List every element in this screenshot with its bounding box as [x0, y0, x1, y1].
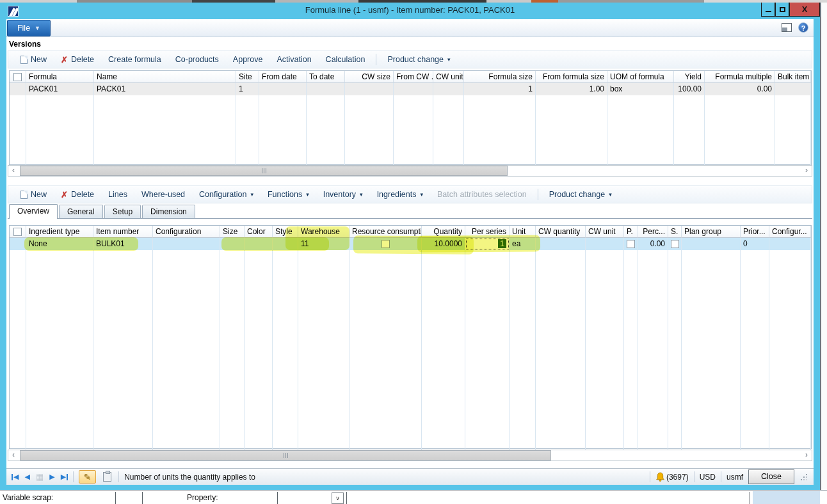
toolbar-button-ingredients[interactable]: Ingredients — [371, 188, 429, 201]
column-header-resource-consumption[interactable]: Resource consumption — [349, 226, 422, 238]
column-header-formula-size[interactable]: Formula size — [464, 71, 536, 83]
column-header-yield[interactable]: Yield — [674, 71, 705, 83]
scrollbar-track[interactable] — [19, 166, 801, 176]
window-layout-icon[interactable] — [782, 23, 792, 32]
select-all-checkbox[interactable] — [13, 73, 22, 81]
cell-unit[interactable]: ea — [510, 238, 536, 250]
cell-cw-quantity[interactable] — [536, 238, 586, 250]
column-header-color[interactable]: Color — [245, 226, 273, 238]
versions-grid-hscrollbar[interactable]: ‹ › — [8, 165, 812, 177]
column-header-warehouse[interactable]: Warehouse — [298, 226, 349, 238]
tab-overview[interactable]: Overview — [9, 204, 58, 219]
cell-from-date[interactable] — [259, 83, 307, 95]
cell-checkbox-p[interactable] — [624, 238, 638, 250]
select-all-column-header[interactable] — [10, 71, 26, 83]
checkbox-p[interactable] — [627, 240, 635, 248]
cell-perc[interactable]: 0.00 — [638, 238, 668, 250]
column-header-from-cw[interactable]: From CW ... — [394, 71, 433, 83]
select-all-checkbox[interactable] — [13, 228, 22, 236]
toolbar-button-new[interactable]: New — [15, 188, 52, 201]
toolbar-button-where-used[interactable]: Where-used — [136, 188, 191, 201]
table-row[interactable]: NoneBULK011110.00001ea0.000 — [10, 238, 811, 250]
toolbar-button-product-change[interactable]: Product change — [381, 53, 456, 66]
column-header-item-number[interactable]: Item number — [93, 226, 153, 238]
cell-plan-group[interactable] — [682, 238, 741, 250]
minimize-button[interactable] — [761, 3, 775, 17]
column-header-uom-of-formula[interactable]: UOM of formula — [607, 71, 674, 83]
scroll-right-icon[interactable]: › — [801, 166, 812, 176]
help-icon[interactable]: ? — [798, 22, 808, 33]
cell-blank[interactable] — [10, 83, 26, 95]
cell-bulk-item[interactable] — [775, 83, 811, 95]
column-header-site[interactable]: Site — [236, 71, 259, 83]
scroll-right-icon[interactable]: › — [801, 450, 812, 461]
column-header-name[interactable]: Name — [94, 71, 236, 83]
toolbar-button-configuration[interactable]: Configuration — [193, 188, 259, 201]
column-header-quantity[interactable]: Quantity — [422, 226, 465, 238]
last-record-button[interactable]: ▶ — [61, 473, 68, 481]
edit-record-button[interactable]: ✎ — [79, 470, 96, 484]
cell-configur[interactable] — [769, 238, 811, 250]
cell-ingredient-type[interactable]: None — [26, 238, 93, 250]
column-header-cw-quantity[interactable]: CW quantity — [536, 226, 586, 238]
cell-from-cw[interactable] — [394, 83, 433, 95]
toolbar-button-lines[interactable]: Lines — [102, 188, 133, 201]
scroll-left-icon[interactable]: ‹ — [8, 450, 19, 461]
cell-formula-multiple[interactable]: 0.00 — [705, 83, 775, 95]
toolbar-button-delete[interactable]: ✗Delete — [55, 53, 100, 66]
column-header-cw-size[interactable]: CW size — [345, 71, 394, 83]
scrollbar-thumb[interactable] — [20, 166, 508, 176]
column-header-s[interactable]: S. — [668, 226, 682, 238]
cell-formula-size[interactable]: 1 — [464, 83, 536, 95]
toolbar-button-inventory[interactable]: Inventory — [317, 188, 369, 201]
column-header-from-formula-size[interactable]: From formula size — [536, 71, 607, 83]
clipboard-icon[interactable] — [103, 472, 111, 482]
column-header-plan-group[interactable]: Plan group — [682, 226, 741, 238]
column-header-p[interactable]: P. — [624, 226, 638, 238]
column-header-configuration[interactable]: Configuration — [153, 226, 220, 238]
tab-setup[interactable]: Setup — [104, 205, 141, 218]
cell-from-formula-size[interactable]: 1.00 — [536, 83, 607, 95]
column-header-prior[interactable]: Prior... — [741, 226, 769, 238]
cell-style[interactable] — [273, 238, 298, 250]
scroll-left-icon[interactable]: ‹ — [8, 166, 19, 176]
column-header-style[interactable]: Style — [273, 226, 298, 238]
checkbox-resource-consumption[interactable] — [381, 240, 390, 248]
cell-checkbox-s[interactable] — [668, 238, 682, 250]
column-header-per-series[interactable]: Per series — [465, 226, 510, 238]
toolbar-button-activation[interactable]: Activation — [271, 53, 317, 66]
column-header-bulk-item[interactable]: Bulk item — [775, 71, 811, 83]
table-row[interactable]: PACK01PACK01111.00box100.000.00 — [10, 83, 811, 95]
cell-name[interactable]: PACK01 — [94, 83, 236, 95]
cell-warehouse[interactable]: 11 — [298, 238, 349, 250]
column-header-cw-unit[interactable]: CW unit — [586, 226, 624, 238]
cell-prior[interactable]: 0 — [741, 238, 769, 250]
close-form-button[interactable]: Close — [748, 469, 794, 484]
column-header-formula[interactable]: Formula — [26, 71, 94, 83]
cell-cw-unit[interactable] — [586, 238, 624, 250]
cell-cw-unit[interactable] — [433, 83, 464, 95]
column-header-configur[interactable]: Configur... — [769, 226, 811, 238]
file-menu-button[interactable]: File ▼ — [7, 20, 51, 36]
property-dropdown[interactable]: ∨ — [332, 492, 344, 504]
lines-grid-hscrollbar[interactable]: ‹ › — [8, 450, 812, 461]
scrollbar-track[interactable] — [19, 450, 801, 461]
toolbar-button-approve[interactable]: Approve — [227, 53, 269, 66]
cell-color[interactable] — [245, 238, 273, 250]
close-window-button[interactable]: X — [789, 3, 820, 17]
toolbar-button-create-formula[interactable]: Create formula — [102, 53, 167, 66]
alerts-indicator[interactable]: (3697) — [655, 472, 689, 482]
column-header-cw-unit[interactable]: CW unit — [433, 71, 464, 83]
cell-item-number[interactable]: BULK01 — [93, 238, 153, 250]
cell-formula[interactable]: PACK01 — [26, 83, 94, 95]
currency-indicator[interactable]: USD — [700, 473, 716, 482]
toolbar-button-functions[interactable]: Functions — [262, 188, 315, 201]
cell-yield[interactable]: 100.00 — [674, 83, 705, 95]
column-header-perc[interactable]: Perc... — [638, 226, 668, 238]
cell-quantity[interactable]: 10.0000 — [422, 238, 465, 250]
previous-record-button[interactable]: ◀ — [24, 473, 29, 481]
scrollbar-thumb[interactable] — [20, 450, 551, 461]
tab-dimension[interactable]: Dimension — [142, 205, 195, 218]
first-record-button[interactable]: ◀ — [12, 473, 19, 481]
checkbox-s[interactable] — [671, 240, 679, 248]
